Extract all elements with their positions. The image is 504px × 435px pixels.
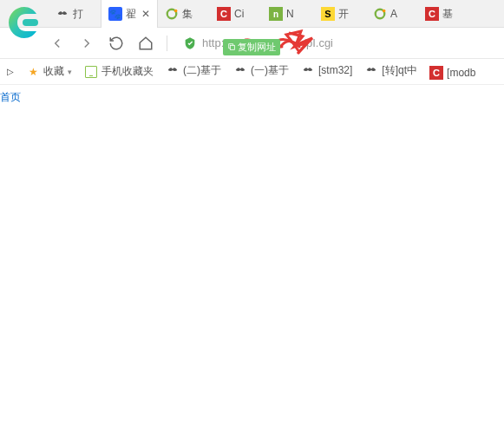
bookmark-favicon: C bbox=[429, 66, 443, 80]
page-content: 首页 bbox=[0, 85, 504, 432]
bookmark-label: [stm32] bbox=[318, 64, 352, 76]
nav-toolbar: 复制网址 http://10.xxx.xxx.xxx/pI.cgi bbox=[0, 28, 504, 59]
home-link[interactable]: 首页 bbox=[0, 91, 21, 103]
home-button[interactable] bbox=[137, 35, 154, 52]
bookmark-item-2[interactable]: [stm32] bbox=[301, 63, 352, 77]
tab-label: 开 bbox=[338, 7, 349, 22]
tab-strip: 打🐾翟✕集CCinNS开AC基 bbox=[49, 0, 504, 28]
svg-rect-0 bbox=[23, 19, 38, 26]
copy-url-label: 复制网址 bbox=[238, 41, 276, 54]
bookmark-favicon bbox=[233, 63, 247, 77]
bookmark-item-1[interactable]: (一)基于 bbox=[233, 63, 289, 78]
refresh-button[interactable] bbox=[108, 35, 125, 52]
tab-7[interactable]: C基 bbox=[418, 0, 470, 28]
bookmarks-bar: ▷ ★ 收藏 ▾ 手机收藏夹 (二)基于(一)基于[stm32][转]qt中C[… bbox=[0, 59, 504, 85]
tab-label: Ci bbox=[234, 8, 244, 20]
tab-4[interactable]: nN bbox=[262, 0, 314, 28]
bookmark-favicon bbox=[166, 63, 180, 77]
favorites-menu[interactable]: ★ 收藏 ▾ bbox=[26, 64, 72, 79]
tab-label: 集 bbox=[182, 7, 193, 22]
back-button[interactable] bbox=[49, 35, 66, 52]
tab-favicon bbox=[373, 7, 387, 21]
tab-favicon: 🐾 bbox=[108, 7, 122, 21]
tab-2[interactable]: 集 bbox=[158, 0, 210, 28]
tab-5[interactable]: S开 bbox=[314, 0, 366, 28]
tab-label: N bbox=[286, 8, 294, 20]
tab-label: 翟 bbox=[126, 7, 136, 22]
tab-favicon: C bbox=[425, 7, 439, 21]
mobile-favorites-label: 手机收藏夹 bbox=[101, 64, 154, 79]
bookmark-item-0[interactable]: (二)基于 bbox=[166, 63, 221, 78]
forward-button[interactable] bbox=[78, 35, 95, 52]
bookmark-label: (一)基于 bbox=[251, 63, 289, 78]
tab-favicon bbox=[56, 7, 69, 21]
bookmarks-expand[interactable]: ▷ bbox=[7, 67, 14, 76]
tab-label: 基 bbox=[442, 7, 453, 22]
bookmark-favicon bbox=[364, 63, 378, 77]
tab-6[interactable]: A bbox=[366, 0, 418, 28]
bookmark-label: [转]qt中 bbox=[382, 63, 417, 78]
tab-favicon: n bbox=[269, 7, 283, 21]
svg-point-2 bbox=[174, 10, 178, 13]
copy-url-tooltip: 复制网址 bbox=[223, 39, 280, 55]
address-bar[interactable]: 复制网址 http://10.xxx.xxx.xxx/pI.cgi bbox=[180, 36, 504, 50]
tab-favicon: C bbox=[217, 7, 231, 21]
tab-favicon: S bbox=[321, 7, 335, 21]
bookmark-favicon bbox=[301, 63, 315, 77]
tab-close-icon[interactable]: ✕ bbox=[141, 8, 150, 20]
star-icon: ★ bbox=[26, 65, 40, 79]
bookmark-item-3[interactable]: [转]qt中 bbox=[364, 63, 417, 78]
tab-favicon bbox=[165, 7, 179, 21]
bookmark-item-4[interactable]: C[modb bbox=[429, 66, 475, 80]
bookmark-label: [modb bbox=[447, 67, 475, 79]
tab-0[interactable]: 打 bbox=[49, 0, 101, 28]
tab-1[interactable]: 🐾翟✕ bbox=[101, 0, 158, 28]
browser-logo bbox=[0, 0, 49, 55]
phone-icon bbox=[84, 65, 98, 79]
mobile-favorites[interactable]: 手机收藏夹 bbox=[84, 64, 154, 79]
tab-label: A bbox=[390, 8, 397, 20]
bookmark-label: (二)基于 bbox=[183, 63, 221, 78]
svg-rect-5 bbox=[230, 45, 234, 49]
security-shield-icon bbox=[183, 36, 197, 50]
svg-point-4 bbox=[383, 10, 386, 13]
tab-3[interactable]: CCi bbox=[210, 0, 262, 28]
tab-label: 打 bbox=[73, 7, 83, 22]
favorites-label: 收藏 bbox=[43, 64, 64, 79]
